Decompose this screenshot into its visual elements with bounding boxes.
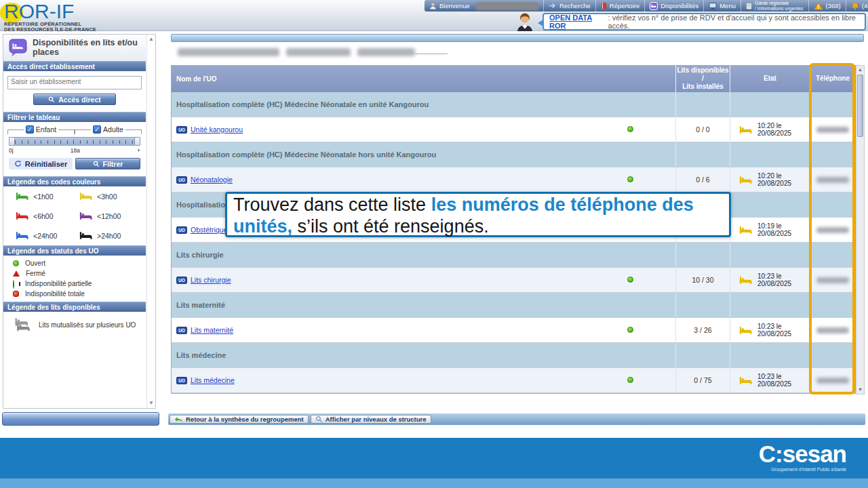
magnifier-icon xyxy=(315,415,323,423)
table-group-row: Lits chirurgie xyxy=(172,243,855,267)
back-arrow-icon xyxy=(174,416,183,423)
uo-link[interactable]: Lits médecine xyxy=(191,376,235,384)
scroll-down-icon[interactable]: ▼ xyxy=(856,386,864,393)
uo-badge-icon: UO xyxy=(176,226,187,234)
bed-purple-icon xyxy=(650,2,658,10)
urgent-info-icon xyxy=(746,2,752,10)
sidebar-collapse-bar[interactable] xyxy=(2,412,159,426)
section-legende-couleurs: Légende des codes couleurs xyxy=(3,176,146,186)
legend-item: <24h00 xyxy=(16,231,79,240)
nav-bienvenue[interactable]: Bienvenue xyxy=(425,0,544,12)
table-header-row: Nom de l'UO Lits disponibles /Lits insta… xyxy=(172,65,855,92)
beds-count: 3 / 26 xyxy=(676,318,730,342)
legend-status-item: Indisponibilité partielle xyxy=(13,279,146,289)
age-range-slider[interactable] xyxy=(9,137,140,146)
header-lits[interactable]: Lits disponibles /Lits installés xyxy=(676,65,730,92)
bed-flag-icon xyxy=(16,231,28,240)
sesan-brand: C:sesan xyxy=(759,442,846,466)
legend-status-item: Indisponibilité totale xyxy=(13,289,146,299)
checkbox-adulte-label: Adulte xyxy=(103,125,123,134)
group-label: Lits chirurgie xyxy=(172,243,676,267)
header-nom-uo[interactable]: Nom de l'UO xyxy=(172,65,676,92)
legend-beds-item: Lits mutualisés sur plusieurs UO xyxy=(3,312,146,338)
logo-subtitle-2: DES RESSOURCES ÎLE-DE-FRANCE xyxy=(4,27,153,33)
beds-count: 0 / 6 xyxy=(676,167,730,192)
uo-badge-icon: UO xyxy=(176,377,187,384)
footer-strip xyxy=(0,479,868,488)
scroll-up-icon[interactable]: ▲ xyxy=(149,37,154,42)
status-open-icon xyxy=(627,327,633,333)
open-data-link[interactable]: OPEN DATA ROR xyxy=(549,14,606,30)
status-total-icon xyxy=(13,291,19,297)
overlay-text-post: s’ils ont été renseignés. xyxy=(292,216,489,237)
uo-link[interactable]: Lits maternité xyxy=(191,326,233,334)
afficher-niveaux-button[interactable]: Afficher par niveaux de structure xyxy=(311,415,431,424)
group-label: Hospitalisation complète (HC) Médecine N… xyxy=(172,142,676,167)
flag-bed-icon xyxy=(739,176,752,184)
scrollbar-thumb[interactable] xyxy=(857,75,863,137)
establishment-search-input[interactable] xyxy=(7,76,142,89)
reinitialiser-button[interactable]: Réinitialiser xyxy=(9,158,73,169)
flag-bed-icon xyxy=(739,226,752,235)
uo-link[interactable]: Unité kangourou xyxy=(191,125,243,134)
beds-count: 10 / 30 xyxy=(676,268,730,292)
sidebar-scrollbar[interactable]: ▲ ▼ xyxy=(146,35,155,408)
uo-link[interactable]: Lits chirurgie xyxy=(191,276,231,284)
scroll-up-icon[interactable]: ▲ xyxy=(856,66,864,73)
section-acces-direct: Accès direct établissement xyxy=(3,61,146,71)
nav-garde-label: Garde régionale/ Informations urgentes xyxy=(755,1,804,11)
legend-item: <1h00 xyxy=(16,192,79,201)
shared-beds-icon xyxy=(13,317,31,332)
table-scrollbar[interactable]: ▲ ▼ xyxy=(856,65,865,394)
nav-recherche[interactable]: Recherche xyxy=(544,0,596,12)
warning-triangle-icon: ! xyxy=(814,2,823,10)
bed-flag-icon xyxy=(79,231,92,240)
nav-warnings[interactable]: ! (368) xyxy=(809,0,846,12)
legend-item: <6h00 xyxy=(16,211,79,220)
status-closed-icon xyxy=(13,270,20,277)
status-open-icon xyxy=(13,260,19,266)
checkbox-adulte[interactable] xyxy=(93,125,101,134)
uo-badge-icon: UO xyxy=(176,126,187,134)
nav-menu[interactable]: Menu xyxy=(704,0,741,12)
acces-direct-button[interactable]: Accès direct xyxy=(33,94,116,105)
filtrer-button[interactable]: Filtrer xyxy=(75,158,140,169)
status-legend: Ouvert Fermé Indisponibilité partielle I… xyxy=(3,256,146,302)
uo-badge-icon: UO xyxy=(176,176,187,184)
group-label: Hospitalisation complète (HC) Médecine N… xyxy=(172,92,676,117)
logo-title: ROR-IF xyxy=(4,1,153,22)
section-legende-lits: Légende des lits disponibles xyxy=(3,302,146,312)
nav-disponibilites[interactable]: Disponibilités xyxy=(645,0,704,12)
slider-max-label: + xyxy=(137,147,140,154)
uo-link[interactable]: Néonatalogie xyxy=(191,176,233,184)
nav-notifications[interactable]: (44) xyxy=(846,0,868,12)
update-time: 10:23 le 20/08/2025 xyxy=(757,323,810,338)
magnifier-icon xyxy=(48,96,55,103)
magnifier-icon xyxy=(93,161,100,167)
top-navigation: Bienvenue Recherche Répertoire Disponibi… xyxy=(425,0,868,12)
nav-repertoire[interactable]: Répertoire xyxy=(596,0,645,12)
table-row: UO Lits médecine 0 / 75 10:23 le 20/08/2… xyxy=(172,367,855,393)
scroll-down-icon[interactable]: ▼ xyxy=(149,401,154,406)
nav-disponibilites-label: Disponibilités xyxy=(660,2,698,9)
sidebar-title-block: Disponibilités en lits et/ou places xyxy=(3,35,146,61)
book-icon xyxy=(601,2,607,9)
slider-handle-min[interactable] xyxy=(9,137,15,146)
checkbox-enfant[interactable] xyxy=(26,125,34,134)
bed-flag-icon xyxy=(79,192,92,201)
update-time: 10:20 le 20/08/2025 xyxy=(757,172,810,187)
nav-repertoire-label: Répertoire xyxy=(610,2,639,9)
slider-handle-max[interactable] xyxy=(134,137,140,146)
update-time: 10:23 le 20/08/2025 xyxy=(757,272,810,287)
color-legend: <1h00 <3h00 <6h00 <12h00 <24h00 >24h00 xyxy=(3,186,146,245)
update-time: 10:23 le 20/08/2025 xyxy=(757,373,810,388)
slider-min-label: 0j xyxy=(9,147,14,154)
retour-synthese-button[interactable]: Retour à la synthèse du regroupement xyxy=(170,415,309,424)
flag-bed-icon xyxy=(739,276,752,285)
phone-redacted xyxy=(816,127,849,133)
nav-garde-regionale[interactable]: Garde régionale/ Informations urgentes xyxy=(741,0,809,12)
table-group-row: Hospitalisation complète (HC) Médecine N… xyxy=(172,92,855,117)
header-telephone[interactable]: Téléphone xyxy=(810,65,855,92)
header-etat[interactable]: Etat xyxy=(730,65,810,92)
status-open-icon xyxy=(627,126,633,132)
